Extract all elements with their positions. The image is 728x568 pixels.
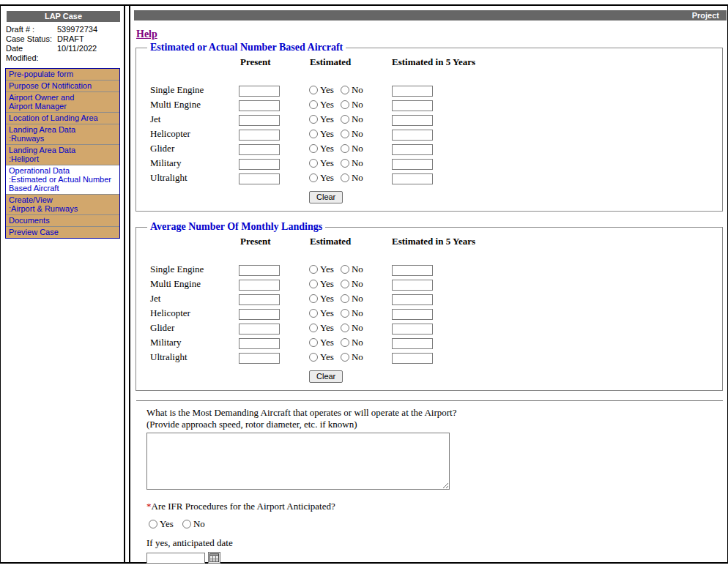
sidebar-item-landing-area-data[interactable]: Landing Area Data :Heliport <box>6 145 119 165</box>
estimated-yes-radio[interactable] <box>309 309 318 318</box>
estimated-no-option[interactable]: No <box>341 143 363 154</box>
estimated-no-radio[interactable] <box>341 309 349 318</box>
estimated-no-radio[interactable] <box>341 294 349 303</box>
five-year-input[interactable] <box>392 86 433 97</box>
ifr-yes-radio[interactable] <box>149 520 157 528</box>
estimated-yes-option[interactable]: Yes <box>309 307 334 319</box>
clear-button[interactable]: Clear <box>309 191 343 203</box>
estimated-yes-radio[interactable] <box>309 265 318 274</box>
five-year-input[interactable] <box>392 173 433 184</box>
sidebar-item-operational-data[interactable]: Operational Data :Estimated or Actual Nu… <box>6 165 119 195</box>
sidebar-item-preview-case[interactable]: Preview Case <box>6 227 119 238</box>
estimated-no-option[interactable]: No <box>341 337 363 348</box>
estimated-yes-option[interactable]: Yes <box>309 143 334 154</box>
estimated-no-option[interactable]: No <box>341 128 363 140</box>
sidebar-item-location-of-landing-area[interactable]: Location of Landing Area <box>6 113 119 124</box>
five-year-input[interactable] <box>392 280 433 291</box>
estimated-yes-radio[interactable] <box>309 144 318 153</box>
estimated-no-radio[interactable] <box>341 338 349 347</box>
estimated-yes-radio[interactable] <box>309 130 318 138</box>
estimated-yes-radio[interactable] <box>309 324 318 332</box>
sidebar-item-create-view[interactable]: Create/View :Airport & Runways <box>6 195 119 215</box>
present-input[interactable] <box>239 280 280 291</box>
estimated-yes-radio[interactable] <box>309 100 318 109</box>
present-input[interactable] <box>239 144 280 155</box>
sidebar-item-pre-populate-form[interactable]: Pre-populate form <box>6 69 119 81</box>
five-year-input[interactable] <box>392 265 433 276</box>
estimated-no-radio[interactable] <box>341 86 349 94</box>
estimated-no-option[interactable]: No <box>341 264 363 275</box>
estimated-no-option[interactable]: No <box>341 157 363 169</box>
present-input[interactable] <box>239 173 280 184</box>
estimated-no-option[interactable]: No <box>341 278 363 290</box>
help-link[interactable]: Help <box>136 29 157 40</box>
clear-button[interactable]: Clear <box>309 370 343 383</box>
estimated-yes-option[interactable]: Yes <box>309 172 334 184</box>
estimated-yes-option[interactable]: Yes <box>309 128 334 140</box>
estimated-no-radio[interactable] <box>341 115 349 124</box>
estimated-yes-radio[interactable] <box>309 173 318 182</box>
present-input[interactable] <box>239 353 280 364</box>
present-input[interactable] <box>239 309 280 320</box>
estimated-no-option[interactable]: No <box>341 307 363 319</box>
estimated-no-radio[interactable] <box>341 324 349 332</box>
estimated-yes-option[interactable]: Yes <box>309 351 334 363</box>
estimated-no-option[interactable]: No <box>341 84 363 96</box>
sidebar-item-landing-area-data[interactable]: Landing Area Data :Runways <box>6 124 119 145</box>
five-year-input[interactable] <box>392 353 433 364</box>
sidebar-item-documents[interactable]: Documents <box>6 215 119 227</box>
demanding-aircraft-textarea[interactable] <box>146 433 450 490</box>
estimated-no-option[interactable]: No <box>341 172 363 184</box>
five-year-input[interactable] <box>392 130 433 141</box>
estimated-yes-option[interactable]: Yes <box>309 264 334 275</box>
estimated-no-radio[interactable] <box>341 159 349 168</box>
estimated-no-radio[interactable] <box>341 353 349 362</box>
estimated-no-radio[interactable] <box>341 280 349 288</box>
ifr-no-radio[interactable] <box>182 520 191 528</box>
calendar-icon[interactable] <box>208 552 220 564</box>
anticipated-date-input[interactable] <box>146 553 205 564</box>
estimated-yes-option[interactable]: Yes <box>309 157 334 169</box>
estimated-yes-option[interactable]: Yes <box>309 84 334 96</box>
present-input[interactable] <box>239 294 280 305</box>
present-input[interactable] <box>239 265 280 276</box>
estimated-yes-option[interactable]: Yes <box>309 113 334 125</box>
ifr-yes-option[interactable]: Yes <box>149 518 174 530</box>
five-year-input[interactable] <box>392 100 433 111</box>
estimated-no-radio[interactable] <box>341 130 349 138</box>
sidebar-item-airport-owner-and[interactable]: Airport Owner and Airport Manager <box>6 92 119 113</box>
present-input[interactable] <box>239 159 280 170</box>
estimated-no-radio[interactable] <box>341 173 349 182</box>
estimated-no-option[interactable]: No <box>341 113 363 125</box>
estimated-yes-option[interactable]: Yes <box>309 322 334 334</box>
five-year-input[interactable] <box>392 324 433 335</box>
estimated-yes-radio[interactable] <box>309 338 318 347</box>
ifr-no-option[interactable]: No <box>182 518 205 530</box>
estimated-yes-option[interactable]: Yes <box>309 293 334 304</box>
present-input[interactable] <box>239 324 280 335</box>
five-year-input[interactable] <box>392 115 433 126</box>
estimated-no-radio[interactable] <box>341 144 349 153</box>
five-year-input[interactable] <box>392 159 433 170</box>
estimated-no-option[interactable]: No <box>341 293 363 304</box>
estimated-no-radio[interactable] <box>341 265 349 274</box>
estimated-no-radio[interactable] <box>341 100 349 109</box>
sidebar-item-purpose-of-notification[interactable]: Purpose Of Notification <box>6 81 119 92</box>
estimated-no-option[interactable]: No <box>341 322 363 334</box>
estimated-yes-radio[interactable] <box>309 280 318 288</box>
estimated-yes-radio[interactable] <box>309 294 318 303</box>
present-input[interactable] <box>239 130 280 141</box>
estimated-yes-option[interactable]: Yes <box>309 278 334 290</box>
present-input[interactable] <box>239 100 280 111</box>
five-year-input[interactable] <box>392 338 433 349</box>
five-year-input[interactable] <box>392 294 433 305</box>
estimated-yes-option[interactable]: Yes <box>309 337 334 348</box>
present-input[interactable] <box>239 115 280 126</box>
estimated-yes-radio[interactable] <box>309 86 318 94</box>
estimated-no-option[interactable]: No <box>341 99 363 111</box>
estimated-yes-option[interactable]: Yes <box>309 99 334 111</box>
estimated-yes-radio[interactable] <box>309 115 318 124</box>
five-year-input[interactable] <box>392 309 433 320</box>
present-input[interactable] <box>239 338 280 349</box>
estimated-yes-radio[interactable] <box>309 353 318 362</box>
